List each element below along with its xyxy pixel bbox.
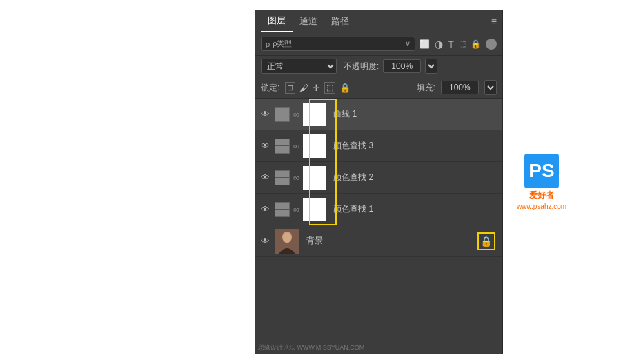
thumb-color3	[303, 134, 326, 158]
layer-name-color2: 颜色查找 2	[333, 172, 373, 183]
lock-pixels-icon[interactable]: ⊞	[285, 82, 295, 94]
lock-move-icon[interactable]: ✛	[313, 83, 320, 93]
chain-icon-color2: ∞	[293, 172, 299, 183]
text-filter-icon[interactable]: T	[448, 39, 454, 50]
opacity-dropdown[interactable]: ∨	[425, 59, 437, 74]
blend-mode-select[interactable]: 正常	[261, 59, 337, 74]
grid-icon-curves	[275, 107, 290, 122]
thumb-curves	[303, 103, 326, 126]
layers-list: 👁 ∞ 曲线 1 👁 ∞ 颜色查找 3 👁	[255, 99, 502, 354]
grid-icon-color1	[275, 202, 290, 217]
layer-item-color3[interactable]: 👁 ∞ 颜色查找 3	[255, 130, 502, 162]
opacity-label: 不透明度:	[344, 61, 379, 72]
ps-logo: PS	[524, 154, 559, 188]
layer-name-color1: 颜色查找 1	[333, 203, 373, 215]
svg-point-2	[283, 233, 291, 243]
chain-icon-color3: ∞	[293, 141, 299, 151]
tab-bar: 图层 通道 路径 ≡	[255, 10, 502, 32]
chain-icon-curves: ∞	[293, 109, 299, 119]
dropdown-arrow-icon: ∨	[405, 39, 411, 48]
thumb-background	[275, 229, 299, 254]
filter-toggle-btn[interactable]	[486, 39, 497, 50]
blend-mode-row: 正常 不透明度: 100% ∨	[255, 56, 502, 77]
thumb-color1	[303, 198, 326, 221]
eye-icon-color1[interactable]: 👁	[259, 204, 272, 214]
opacity-value[interactable]: 100%	[383, 59, 421, 73]
layer-name-color3: 颜色查找 3	[333, 140, 373, 152]
layers-panel: 图层 通道 路径 ≡ ρ ρ类型 ∨ ⬜ ◑ T ⬚ 🔒	[255, 10, 503, 354]
smart-filter-icon[interactable]: 🔒	[471, 39, 481, 49]
portrait-svg	[275, 229, 299, 254]
thumb-color2	[303, 166, 326, 190]
search-icon: ρ	[266, 40, 270, 48]
fill-label: 填充:	[417, 82, 435, 94]
fill-dropdown[interactable]: ∨	[484, 80, 497, 95]
layer-item-curves[interactable]: 👁 ∞ 曲线 1	[255, 99, 502, 130]
eye-icon-color3[interactable]: 👁	[259, 141, 272, 151]
search-box[interactable]: ρ ρ类型 ∨	[261, 37, 415, 51]
lock-artboard-icon[interactable]: ⬚	[324, 82, 335, 94]
filter-row: ρ ρ类型 ∨ ⬜ ◑ T ⬚ 🔒	[255, 32, 502, 56]
lock-row: 锁定: ⊞ 🖌 ✛ ⬚ 🔒 填充: 100% ∨	[255, 77, 502, 99]
shape-filter-icon[interactable]: ⬚	[459, 39, 466, 48]
eye-icon-curves[interactable]: 👁	[259, 109, 272, 119]
ps-branding: PS 爱好者 www.psahz.com	[517, 154, 566, 210]
image-filter-icon[interactable]: ⬜	[420, 39, 430, 49]
tab-channels[interactable]: 通道	[293, 10, 324, 32]
layer-name-curves: 曲线 1	[333, 108, 357, 120]
filter-icons: ⬜ ◑ T ⬚ 🔒	[420, 39, 497, 50]
eye-icon-color2[interactable]: 👁	[259, 172, 272, 183]
lock-icons: ⊞ 🖌 ✛ ⬚ 🔒	[285, 82, 351, 94]
ps-slogan: 爱好者	[529, 190, 554, 201]
bg-lock-icon[interactable]: 🔒	[477, 232, 495, 250]
layer-item-color1[interactable]: 👁 ∞ 颜色查找 1	[255, 194, 502, 225]
adjustment-filter-icon[interactable]: ◑	[435, 39, 443, 50]
layer-item-color2[interactable]: 👁 ∞ 颜色查找 2	[255, 162, 502, 194]
panel-menu-icon[interactable]: ≡	[491, 16, 497, 27]
lock-all-icon[interactable]: 🔒	[339, 83, 351, 93]
tab-paths[interactable]: 路径	[324, 10, 356, 32]
grid-icon-color2	[275, 170, 290, 185]
layer-name-bg: 背景	[306, 235, 475, 247]
grid-icon-color3	[275, 139, 290, 154]
ps-site: www.psahz.com	[517, 203, 566, 210]
tab-layers[interactable]: 图层	[261, 10, 293, 32]
lock-label: 锁定:	[261, 82, 279, 94]
lock-brush-icon[interactable]: 🖌	[299, 83, 308, 93]
watermark: 思缘设计论坛 WWW.MISSYUAN.COM	[258, 343, 365, 352]
fill-value[interactable]: 100%	[441, 81, 479, 94]
filter-type-label: ρ类型	[273, 39, 402, 49]
layer-item-background[interactable]: 👁 背景 🔒	[255, 225, 502, 257]
chain-icon-color1: ∞	[293, 204, 299, 214]
eye-icon-bg[interactable]: 👁	[259, 236, 272, 246]
